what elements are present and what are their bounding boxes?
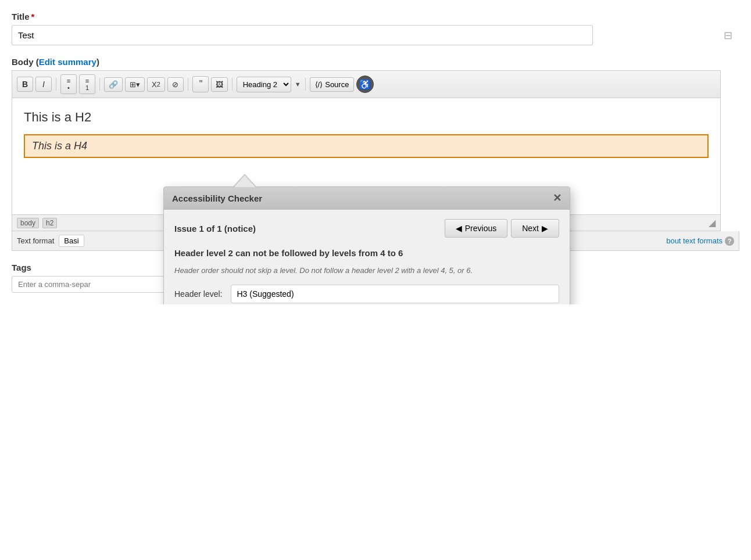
prev-arrow-icon: ◀ [456,224,462,233]
statusbar-tag-h2: h2 [42,218,57,228]
nav-buttons: ◀ Previous Next ▶ [445,219,559,238]
required-star: * [31,12,35,21]
issue-description: Header order should not skip a level. Do… [174,265,559,277]
source-button[interactable]: ⟨/⟩ Source [310,77,355,92]
dialog-title: Accessibility Checker [172,193,262,203]
toolbar-separator-4 [232,78,233,91]
issue-field-row: Header level: [174,285,559,303]
editor-wrapper: B I ≡• ≡1 🔗 ⊞▾ X2 ⊘ " 🖼 Heading 2 ▼ ⟨/⟩ … [12,70,721,231]
bullet-list-button[interactable]: ≡• [60,74,77,94]
toolbar-separator-3 [188,78,188,91]
blockquote-button[interactable]: " [192,76,209,92]
dialog-body: Issue 1 of 1 (notice) ◀ Previous Next ▶ [164,210,570,304]
dialog-box: Accessibility Checker ✕ Issue 1 of 1 (no… [163,186,570,304]
title-input-icon: ⊟ [724,29,732,42]
editor-content[interactable]: This is a H2 This is a H4 Accessibility … [12,98,720,214]
issue-title: Header level 2 can not be followed by le… [174,247,559,259]
prev-button[interactable]: ◀ Previous [445,219,507,238]
next-label: Next [522,224,539,233]
title-field-wrapper: ⊟ [12,25,739,45]
subscript-button[interactable]: X2 [147,77,165,92]
about-text-formats-link[interactable]: bout text formats ? [666,236,734,246]
toolbar-separator-1 [56,78,56,91]
dialog-close-button[interactable]: ✕ [553,193,562,203]
title-label: Title* [12,12,739,21]
editor-toolbar: B I ≡• ≡1 🔗 ⊞▾ X2 ⊘ " 🖼 Heading 2 ▼ ⟨/⟩ … [12,71,720,98]
numbered-list-button[interactable]: ≡1 [79,74,95,94]
help-icon: ? [725,236,734,246]
next-arrow-icon: ▶ [542,224,548,233]
dialog-pointer [233,174,256,186]
statusbar-resize-icon: ◢ [709,217,716,228]
prev-label: Previous [465,224,496,233]
source-icon: ⟨/⟩ [315,80,323,89]
image-button[interactable]: 🖼 [211,77,228,92]
text-format-label: Text format [17,236,54,245]
text-format-left: Text format Basi [17,235,84,247]
accessibility-icon: ♿ [359,79,371,90]
toolbar-separator-5 [305,78,306,91]
statusbar-tag-body: body [17,218,39,228]
tags-input[interactable] [12,276,186,293]
table-button[interactable]: ⊞▾ [125,77,145,92]
editor-h4-highlighted: This is a H4 [24,134,709,158]
dialog-header: Accessibility Checker ✕ [164,187,570,210]
title-label-text: Title [12,12,30,21]
link-button[interactable]: 🔗 [104,77,123,92]
editor-h2: This is a H2 [24,110,709,125]
header-level-input[interactable] [231,285,560,303]
heading-select[interactable]: Heading 2 [237,77,291,92]
accessibility-checker-dialog: Accessibility Checker ✕ Issue 1 of 1 (no… [163,174,570,304]
title-input[interactable] [12,25,593,45]
text-format-button[interactable]: Basi [59,235,84,247]
about-text-formats-label: bout text formats [666,236,723,245]
issue-label: Issue 1 of 1 (notice) [174,224,256,234]
body-label: Body (Edit summary) [12,57,739,67]
unlink-button[interactable]: ⊘ [167,77,184,92]
bold-button[interactable]: B [17,77,33,92]
issue-nav: Issue 1 of 1 (notice) ◀ Previous Next ▶ [174,219,559,238]
italic-button[interactable]: I [35,77,52,92]
edit-summary-link[interactable]: Edit summary [39,57,96,67]
next-button[interactable]: Next ▶ [511,219,559,238]
toolbar-separator-2 [99,78,100,91]
source-label: Source [325,80,349,89]
issue-field-label: Header level: [174,289,223,299]
heading-dropdown-arrow[interactable]: ▼ [295,81,301,88]
statusbar-tags: body h2 [17,218,57,228]
accessibility-button[interactable]: ♿ [356,76,374,93]
